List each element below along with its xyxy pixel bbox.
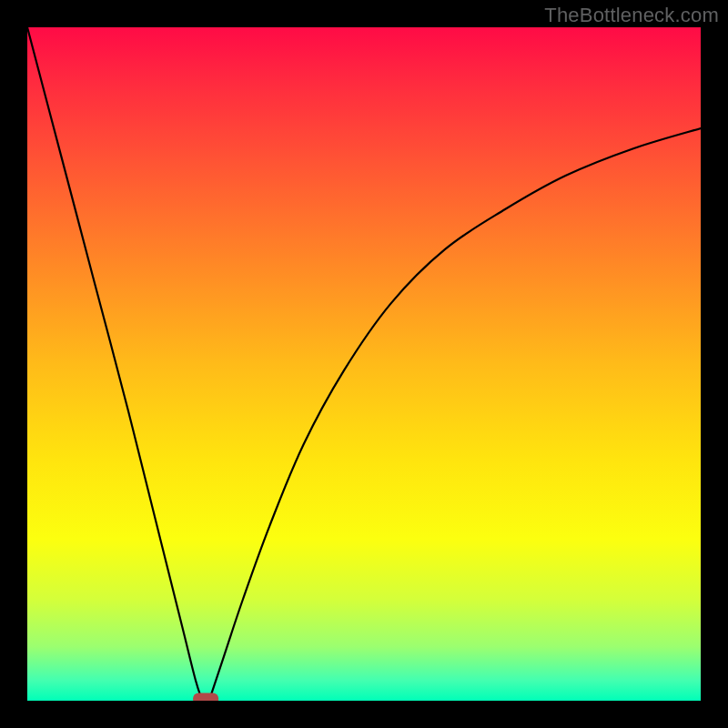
curve-group bbox=[27, 27, 701, 701]
curve-svg bbox=[27, 27, 701, 701]
curve-right-branch bbox=[209, 128, 701, 701]
min-marker bbox=[193, 693, 218, 702]
watermark-label: TheBottleneck.com bbox=[544, 4, 719, 27]
plot-area bbox=[27, 27, 701, 701]
chart-frame: TheBottleneck.com bbox=[0, 0, 728, 728]
curve-left-branch bbox=[27, 27, 202, 701]
